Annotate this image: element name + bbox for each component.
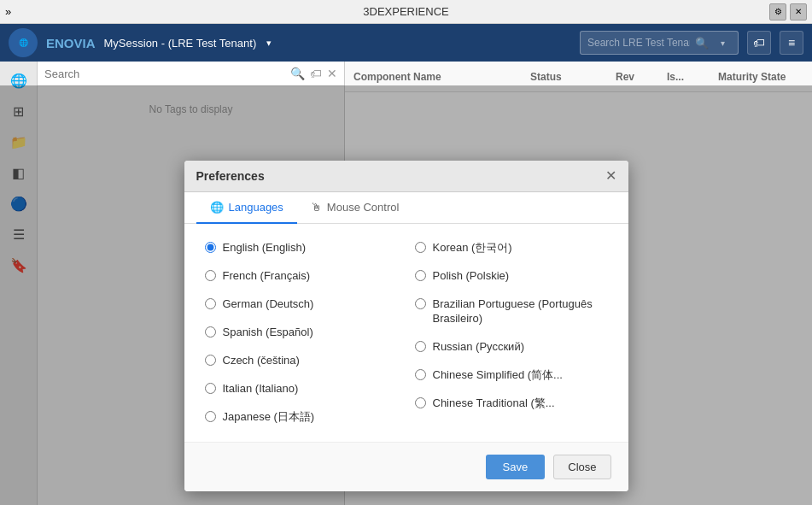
lang-polish[interactable]: Polish (Polskie) <box>415 269 608 284</box>
lang-korean-label: Korean (한국어) <box>433 241 512 255</box>
lang-english-label: English (English) <box>223 241 307 255</box>
preferences-dialog: Preferences ✕ 🌐 Languages 🖱 Mouse Contro… <box>184 161 628 490</box>
modal-overlay: Preferences ✕ 🌐 Languages 🖱 Mouse Contro… <box>0 85 812 505</box>
lang-english[interactable]: English (English) <box>205 241 398 255</box>
tag-button[interactable]: 🏷 <box>747 31 771 55</box>
tags-close-icon[interactable]: ✕ <box>327 67 337 80</box>
search-dropdown-button[interactable]: ▾ <box>714 31 731 55</box>
lang-italian-label: Italian (Italiano) <box>223 382 299 396</box>
hamburger-icon: ≡ <box>788 36 795 50</box>
app-name-label: ENOVIA <box>46 36 96 50</box>
app-bar: 🌐 ENOVIA MySession - (LRE Test Tenant) ▾… <box>0 24 812 62</box>
lang-czech-radio[interactable] <box>205 355 216 366</box>
lang-polish-label: Polish (Polskie) <box>433 269 510 284</box>
global-search-input[interactable] <box>587 37 690 49</box>
tags-search-icon: 🔍 <box>290 67 305 80</box>
tags-search-bar: 🔍 🏷 ✕ <box>38 62 344 86</box>
lang-russian[interactable]: Russian (Русский) <box>415 340 608 355</box>
settings-button[interactable]: ⚙ <box>769 3 786 21</box>
app-logo: 🌐 <box>9 28 38 57</box>
col-rev: Rev <box>616 71 650 83</box>
lang-chinese-traditional-radio[interactable] <box>415 397 426 408</box>
lang-spanish-radio[interactable] <box>205 326 216 338</box>
dialog-header: Preferences ✕ <box>184 161 628 192</box>
lang-german-radio[interactable] <box>205 298 216 309</box>
mouse-tab-icon: 🖱 <box>311 201 322 214</box>
save-button[interactable]: Save <box>486 455 546 479</box>
lang-english-radio[interactable] <box>205 242 216 253</box>
lang-czech-label: Czech (čeština) <box>223 354 300 368</box>
dialog-tabs: 🌐 Languages 🖱 Mouse Control <box>184 192 628 224</box>
col-maturity: Maturity State <box>718 71 803 83</box>
lang-korean-radio[interactable] <box>415 242 426 253</box>
languages-right-column: Korean (한국어) Polish (Polskie) Brazilian … <box>415 241 608 424</box>
dialog-title: Preferences <box>196 169 265 183</box>
lang-korean[interactable]: Korean (한국어) <box>415 241 608 255</box>
lang-polish-radio[interactable] <box>415 270 426 281</box>
title-bar-controls: ⚙ ✕ <box>769 3 807 21</box>
col-status: Status <box>530 71 599 83</box>
lang-portuguese-label: Brazilian Portuguese (Português Brasilei… <box>433 297 608 326</box>
lang-japanese-label: Japanese (日本語) <box>223 410 315 425</box>
dialog-footer: Save Close <box>184 442 628 491</box>
lang-japanese[interactable]: Japanese (日本語) <box>205 410 398 425</box>
dialog-body: English (English) French (Français) Germ… <box>184 224 628 441</box>
lang-czech[interactable]: Czech (čeština) <box>205 354 398 368</box>
lang-japanese-radio[interactable] <box>205 411 216 422</box>
languages-left-column: English (English) French (Français) Germ… <box>205 241 398 424</box>
app-title: 3DEXPERIENCE <box>363 5 448 18</box>
col-component-name: Component Name <box>353 71 513 83</box>
languages-tab-label: Languages <box>229 201 283 214</box>
session-label: MySession - (LRE Test Tenant) <box>104 37 257 50</box>
lang-italian[interactable]: Italian (Italiano) <box>205 382 398 396</box>
languages-tab-icon: 🌐 <box>210 201 224 214</box>
lang-german[interactable]: German (Deutsch) <box>205 297 398 312</box>
menu-button[interactable]: ≡ <box>780 31 803 55</box>
tags-search-input[interactable] <box>44 68 285 80</box>
lang-russian-label: Russian (Русский) <box>433 340 524 355</box>
lang-spanish[interactable]: Spanish (Español) <box>205 326 398 340</box>
close-button[interactable]: ✕ <box>790 3 807 21</box>
title-bar-expand[interactable]: » <box>5 5 11 18</box>
lang-russian-radio[interactable] <box>415 341 426 352</box>
lang-portuguese-radio[interactable] <box>415 298 426 309</box>
lang-chinese-simplified[interactable]: Chinese Simplified (简体... <box>415 368 608 383</box>
lang-french-radio[interactable] <box>205 270 216 281</box>
lang-chinese-traditional-label: Chinese Traditional (繁... <box>433 396 555 411</box>
tab-mouse-control[interactable]: 🖱 Mouse Control <box>297 192 413 224</box>
lang-french-label: French (Français) <box>223 269 311 284</box>
session-dropdown-arrow[interactable]: ▾ <box>266 38 272 49</box>
lang-spanish-label: Spanish (Español) <box>223 326 313 340</box>
mouse-tab-label: Mouse Control <box>327 201 400 214</box>
lang-german-label: German (Deutsch) <box>223 297 314 312</box>
logo-icon: 🌐 <box>19 38 28 47</box>
lang-chinese-traditional[interactable]: Chinese Traditional (繁... <box>415 396 608 411</box>
close-dialog-button[interactable]: Close <box>553 455 610 479</box>
tab-languages[interactable]: 🌐 Languages <box>196 192 297 224</box>
lang-italian-radio[interactable] <box>205 383 216 394</box>
col-is: Is... <box>667 71 701 83</box>
content-area: 🌐 ⊞ 📁 ◧ 🔵 ☰ 🔖 🔍 🏷 ✕ No Tags to display C… <box>0 62 812 505</box>
title-bar: » 3DEXPERIENCE ⚙ ✕ <box>0 0 812 24</box>
expand-icon: » <box>5 5 11 18</box>
search-icon: 🔍 <box>695 37 709 50</box>
global-search-box: 🔍 ▾ <box>580 31 739 55</box>
lang-french[interactable]: French (Français) <box>205 269 398 284</box>
tag-icon: 🏷 <box>753 36 765 50</box>
lang-chinese-simplified-radio[interactable] <box>415 369 426 380</box>
lang-portuguese[interactable]: Brazilian Portuguese (Português Brasilei… <box>415 297 608 326</box>
tags-tag-icon[interactable]: 🏷 <box>310 67 322 80</box>
dialog-close-button[interactable]: ✕ <box>605 169 616 183</box>
lang-chinese-simplified-label: Chinese Simplified (简体... <box>433 368 563 383</box>
